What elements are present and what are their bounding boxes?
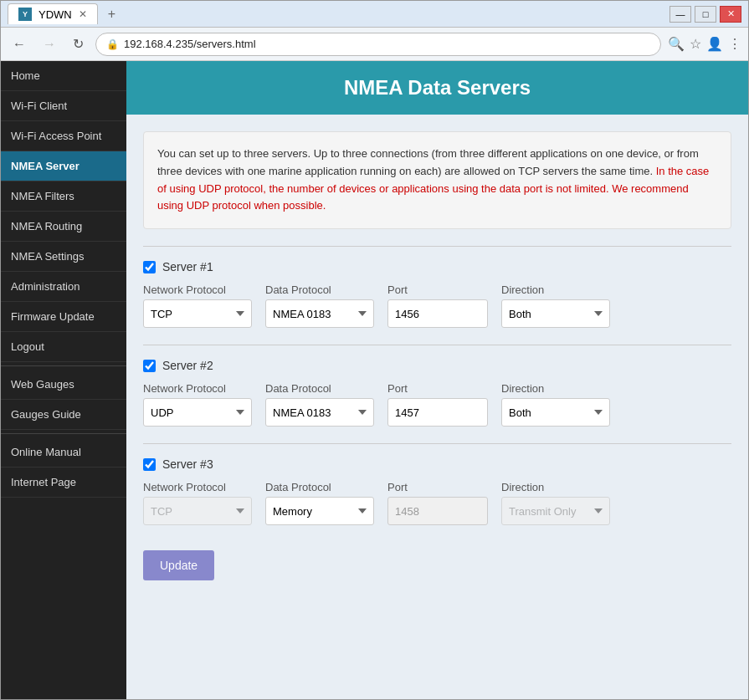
update-button[interactable]: Update — [143, 550, 214, 580]
server-1-network-select[interactable]: TCP UDP — [143, 299, 252, 328]
server-1-fields: Network Protocol TCP UDP Data Protocol N… — [143, 284, 731, 328]
server-2-direction-label: Direction — [501, 382, 610, 395]
divider-3 — [143, 443, 731, 444]
maximize-button[interactable]: □ — [695, 6, 716, 23]
server-1-title: Server #1 — [143, 260, 731, 273]
sidebar-item-wifi-client[interactable]: Wi-Fi Client — [1, 91, 126, 121]
minimize-button[interactable]: — — [669, 6, 691, 23]
server-3-block: Server #3 Network Protocol TCP UDP Data … — [143, 457, 731, 525]
profile-icon[interactable]: 👤 — [706, 36, 723, 52]
server-1-network-label: Network Protocol — [143, 284, 252, 296]
back-button[interactable]: ← — [8, 33, 31, 55]
sidebar-item-gauges-guide[interactable]: Gauges Guide — [1, 400, 126, 430]
server-2-title: Server #2 — [143, 359, 731, 372]
server-2-port-input[interactable] — [387, 398, 488, 427]
main-content: NMEA Data Servers You can set up to thre… — [126, 61, 748, 699]
server-3-data-protocol-group: Data Protocol NMEA 0183 NMEA 2000 SeaTal… — [265, 481, 374, 525]
content-area: You can set up to three servers. Up to t… — [126, 115, 748, 597]
lock-icon: 🔒 — [106, 38, 119, 50]
sidebar: Home Wi-Fi Client Wi-Fi Access Point NME… — [1, 61, 126, 699]
server-3-direction-select[interactable]: Both Receive Only Transmit Only — [501, 497, 610, 525]
tab-favicon: Y — [18, 8, 32, 21]
sidebar-item-web-gauges[interactable]: Web Gauges — [1, 370, 126, 400]
new-tab-button[interactable]: + — [103, 5, 121, 23]
server-1-direction-label: Direction — [501, 284, 610, 296]
address-right-icons: 🔍 ☆ 👤 ⋮ — [668, 36, 741, 52]
refresh-button[interactable]: ↻ — [68, 33, 89, 55]
server-2-data-protocol-select[interactable]: NMEA 0183 NMEA 2000 SeaTalk — [265, 398, 374, 427]
sidebar-divider-1 — [1, 365, 126, 366]
divider-1 — [143, 246, 731, 247]
forward-button[interactable]: → — [38, 33, 61, 55]
sidebar-item-nmea-filters[interactable]: NMEA Filters — [1, 181, 126, 212]
page-header: NMEA Data Servers — [126, 61, 748, 115]
server-3-port-label: Port — [387, 481, 488, 493]
sidebar-item-firmware-update[interactable]: Firmware Update — [1, 302, 126, 332]
search-icon[interactable]: 🔍 — [668, 36, 685, 52]
sidebar-item-online-manual[interactable]: Online Manual — [1, 437, 126, 468]
server-3-checkbox[interactable] — [143, 458, 156, 471]
server-1-port-input[interactable] — [387, 299, 488, 328]
server-1-port-label: Port — [387, 284, 488, 296]
sidebar-item-nmea-settings[interactable]: NMEA Settings — [1, 242, 126, 272]
server-1-checkbox[interactable] — [143, 261, 156, 273]
server-2-network-select[interactable]: TCP UDP — [143, 398, 252, 427]
server-3-port-input[interactable] — [387, 497, 488, 525]
sidebar-item-logout[interactable]: Logout — [1, 332, 126, 362]
server-3-fields: Network Protocol TCP UDP Data Protocol N… — [143, 481, 731, 525]
server-1-data-protocol-select[interactable]: NMEA 0183 NMEA 2000 SeaTalk — [265, 299, 374, 328]
title-bar: Y YDWN ✕ + — □ ✕ — [1, 1, 748, 28]
sidebar-item-administration[interactable]: Administration — [1, 272, 126, 302]
server-2-block: Server #2 Network Protocol TCP UDP Data … — [143, 359, 731, 427]
url-text: 192.168.4.235/servers.html — [124, 38, 256, 50]
browser-content: Home Wi-Fi Client Wi-Fi Access Point NME… — [1, 61, 748, 699]
tab-close-button[interactable]: ✕ — [79, 8, 87, 20]
server-2-data-protocol-label: Data Protocol — [265, 382, 374, 395]
server-1-label: Server #1 — [162, 260, 213, 273]
address-input-box[interactable]: 🔒 192.168.4.235/servers.html — [95, 33, 661, 56]
server-1-network-group: Network Protocol TCP UDP — [143, 284, 252, 328]
server-3-title: Server #3 — [143, 457, 731, 471]
server-3-port-group: Port — [387, 481, 488, 525]
server-3-network-label: Network Protocol — [143, 481, 252, 493]
sidebar-item-nmea-routing[interactable]: NMEA Routing — [1, 212, 126, 242]
close-button[interactable]: ✕ — [720, 6, 741, 23]
server-3-direction-label: Direction — [501, 481, 610, 493]
server-1-direction-select[interactable]: Both Receive Only Transmit Only — [501, 299, 610, 328]
server-2-port-label: Port — [387, 382, 488, 395]
info-text-1: You can set up to three servers. Up to t… — [157, 147, 699, 177]
sidebar-divider-2 — [1, 433, 126, 434]
server-2-fields: Network Protocol TCP UDP Data Protocol N… — [143, 382, 731, 427]
server-2-label: Server #2 — [162, 359, 213, 372]
server-2-network-label: Network Protocol — [143, 382, 252, 395]
info-box: You can set up to three servers. Up to t… — [143, 131, 731, 229]
server-3-direction-group: Direction Both Receive Only Transmit Onl… — [501, 481, 610, 525]
server-1-data-protocol-label: Data Protocol — [265, 284, 374, 296]
server-3-network-group: Network Protocol TCP UDP — [143, 481, 252, 525]
tab-title: YDWN — [38, 8, 72, 21]
browser-tab[interactable]: Y YDWN ✕ — [8, 3, 98, 24]
server-3-data-protocol-select[interactable]: NMEA 0183 NMEA 2000 SeaTalk Memory — [265, 497, 374, 525]
server-1-port-group: Port — [387, 284, 488, 328]
server-2-direction-select[interactable]: Both Receive Only Transmit Only — [501, 398, 610, 427]
menu-icon[interactable]: ⋮ — [728, 36, 741, 52]
server-1-direction-group: Direction Both Receive Only Transmit Onl… — [501, 284, 610, 328]
server-3-label: Server #3 — [162, 457, 213, 471]
sidebar-item-nmea-server[interactable]: NMEA Server — [1, 151, 126, 181]
sidebar-item-wifi-ap[interactable]: Wi-Fi Access Point — [1, 121, 126, 151]
server-3-network-select[interactable]: TCP UDP — [143, 497, 252, 525]
window-controls: — □ ✕ — [669, 6, 741, 23]
server-1-data-protocol-group: Data Protocol NMEA 0183 NMEA 2000 SeaTal… — [265, 284, 374, 328]
bookmark-icon[interactable]: ☆ — [690, 36, 701, 52]
browser-window: Y YDWN ✕ + — □ ✕ ← → ↻ 🔒 192.168.4.235/s… — [0, 0, 749, 700]
server-3-data-protocol-label: Data Protocol — [265, 481, 374, 493]
address-bar: ← → ↻ 🔒 192.168.4.235/servers.html 🔍 ☆ 👤… — [1, 28, 748, 61]
server-2-port-group: Port — [387, 382, 488, 427]
server-2-direction-group: Direction Both Receive Only Transmit Onl… — [501, 382, 610, 427]
server-2-data-protocol-group: Data Protocol NMEA 0183 NMEA 2000 SeaTal… — [265, 382, 374, 427]
server-2-network-group: Network Protocol TCP UDP — [143, 382, 252, 427]
server-2-checkbox[interactable] — [143, 360, 156, 372]
sidebar-item-home[interactable]: Home — [1, 61, 126, 91]
server-1-block: Server #1 Network Protocol TCP UDP Data … — [143, 260, 731, 328]
sidebar-item-internet-page[interactable]: Internet Page — [1, 468, 126, 498]
